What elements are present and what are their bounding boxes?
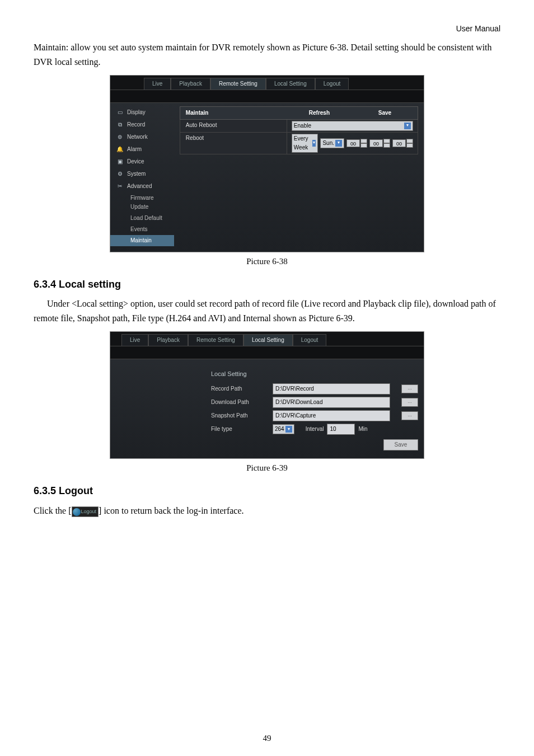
sidebar-label: Advanced xyxy=(127,182,152,191)
tab-local-setting[interactable]: Local Setting xyxy=(266,78,315,90)
input-snapshot-path[interactable]: D:\DVR\Capture xyxy=(273,410,390,421)
sidebar-item-alarm[interactable]: 🔔Alarm xyxy=(110,143,174,156)
screenshot-maintain: Live Playback Remote Setting Local Setti… xyxy=(110,75,424,252)
tab-live[interactable]: Live xyxy=(144,78,171,90)
power-icon xyxy=(73,508,81,516)
select-value: Enable xyxy=(294,121,311,130)
sidebar-item-network[interactable]: ⊚Network xyxy=(110,131,174,143)
panel-title-local: Local Setting xyxy=(211,369,418,379)
spin-value: 00 xyxy=(346,139,360,147)
sidebar-item-record[interactable]: ⧉Record xyxy=(110,119,174,131)
tab-remote-setting[interactable]: Remote Setting xyxy=(210,78,266,90)
input-record-path[interactable]: D:\DVR\Record xyxy=(273,383,390,395)
refresh-button[interactable]: Refresh xyxy=(287,107,352,119)
browse-button[interactable]: … xyxy=(401,384,418,393)
tab-playback[interactable]: Playback xyxy=(171,78,210,90)
sidebar-label: Alarm xyxy=(127,145,142,154)
sidebar: ▭Display ⧉Record ⊚Network 🔔Alarm ▣Device… xyxy=(110,103,174,252)
sub-firmware-update[interactable]: Firmware Update xyxy=(110,192,174,213)
chevron-down-icon: ▾ xyxy=(312,140,316,147)
row-label-auto-reboot: Auto Reboot xyxy=(180,120,287,132)
chevron-down-icon: ▾ xyxy=(404,123,411,129)
sidebar-label: Device xyxy=(127,157,144,166)
caption-6-38: Picture 6-38 xyxy=(34,255,500,268)
monitor-icon: ▭ xyxy=(116,109,124,116)
select-day[interactable]: Sun.▾ xyxy=(320,138,344,148)
spin-down-icon[interactable]: ▾ xyxy=(383,143,390,148)
heading-logout: 6.3.5 Logout xyxy=(34,483,500,499)
para-logout: Click the [Logout] icon to return back t… xyxy=(34,504,500,518)
record-icon: ⧉ xyxy=(116,121,124,129)
spinner-min[interactable]: 00▴▾ xyxy=(369,139,390,148)
logout-label: Logout xyxy=(81,509,97,514)
bell-icon: 🔔 xyxy=(116,145,124,153)
sidebar-label: Display xyxy=(127,108,146,117)
caption-6-39: Picture 6-39 xyxy=(34,461,500,475)
spin-down-icon[interactable]: ▾ xyxy=(406,143,413,148)
page-header: User Manual xyxy=(34,22,500,35)
select-value: 264 xyxy=(275,425,284,434)
spinner-hour[interactable]: 00▴▾ xyxy=(346,139,367,148)
sidebar-item-system[interactable]: ⚙System xyxy=(110,168,174,180)
tab-logout[interactable]: Logout xyxy=(315,78,349,90)
gear-icon: ⚙ xyxy=(116,170,124,178)
chevron-down-icon: ▾ xyxy=(335,140,342,147)
spin-value: 00 xyxy=(369,139,383,147)
top-tabs-2: Live Playback Remote Setting Local Setti… xyxy=(110,332,424,346)
tab-playback[interactable]: Playback xyxy=(148,334,188,346)
sidebar-item-display[interactable]: ▭Display xyxy=(110,106,174,119)
select-interval[interactable]: Every Week▾ xyxy=(292,134,318,153)
logout-icon: Logout xyxy=(72,506,99,517)
panel-title: Maintain xyxy=(180,107,287,119)
tools-icon: ✂ xyxy=(116,182,124,190)
save-button[interactable]: Save xyxy=(383,439,418,450)
tab-remote-setting[interactable]: Remote Setting xyxy=(188,334,243,346)
spin-down-icon[interactable]: ▾ xyxy=(360,143,367,148)
spinner-sec[interactable]: 00▴▾ xyxy=(392,139,413,148)
input-download-path[interactable]: D:\DVR\DownLoad xyxy=(273,397,390,408)
sidebar-label: System xyxy=(127,170,146,179)
sub-events[interactable]: Events xyxy=(110,224,174,235)
network-icon: ⊚ xyxy=(116,133,124,141)
label-download-path: Download Path xyxy=(211,398,261,407)
top-tabs: Live Playback Remote Setting Local Setti… xyxy=(110,76,424,90)
text-fragment: Click the [ xyxy=(34,506,72,515)
tab-logout[interactable]: Logout xyxy=(293,334,327,346)
tab-live[interactable]: Live xyxy=(121,334,148,346)
sub-maintain[interactable]: Maintain xyxy=(110,235,174,246)
tab-local-setting[interactable]: Local Setting xyxy=(243,334,293,346)
select-value: Sun. xyxy=(322,139,334,148)
screenshot-local-setting: Live Playback Remote Setting Local Setti… xyxy=(110,331,424,459)
device-icon: ▣ xyxy=(116,158,124,166)
sidebar-label: Record xyxy=(127,120,145,129)
sidebar-item-device[interactable]: ▣Device xyxy=(110,156,174,168)
sidebar-label: Network xyxy=(127,133,148,142)
input-interval[interactable]: 10 xyxy=(327,424,355,435)
chevron-down-icon: ▾ xyxy=(285,426,292,433)
sub-load-default[interactable]: Load Default xyxy=(110,213,174,224)
browse-button[interactable]: … xyxy=(401,411,418,420)
select-file-type[interactable]: 264▾ xyxy=(273,424,294,434)
label-snapshot-path: Snapshot Path xyxy=(211,411,261,420)
save-button[interactable]: Save xyxy=(352,107,418,119)
label-file-type: File type xyxy=(211,425,261,434)
select-value: Every Week xyxy=(294,134,311,152)
select-auto-reboot[interactable]: Enable ▾ xyxy=(292,121,413,131)
main-panel: Maintain Refresh Save Auto Reboot Enable… xyxy=(174,103,424,252)
intro-paragraph: Maintain: allow you set auto system main… xyxy=(34,40,500,69)
label-interval: Interval xyxy=(306,425,324,434)
sidebar-item-advanced[interactable]: ✂Advanced xyxy=(110,180,174,192)
browse-button[interactable]: … xyxy=(401,398,418,407)
para-local: Under <Local setting> option, user could… xyxy=(34,297,500,325)
row-label-reboot: Reboot xyxy=(180,133,287,154)
text-fragment: ] icon to return back the log-in interfa… xyxy=(99,506,243,515)
heading-local-setting: 6.3.4 Local setting xyxy=(34,276,500,293)
label-record-path: Record Path xyxy=(211,384,261,393)
spin-value: 00 xyxy=(392,139,406,147)
label-min: Min xyxy=(358,425,367,434)
